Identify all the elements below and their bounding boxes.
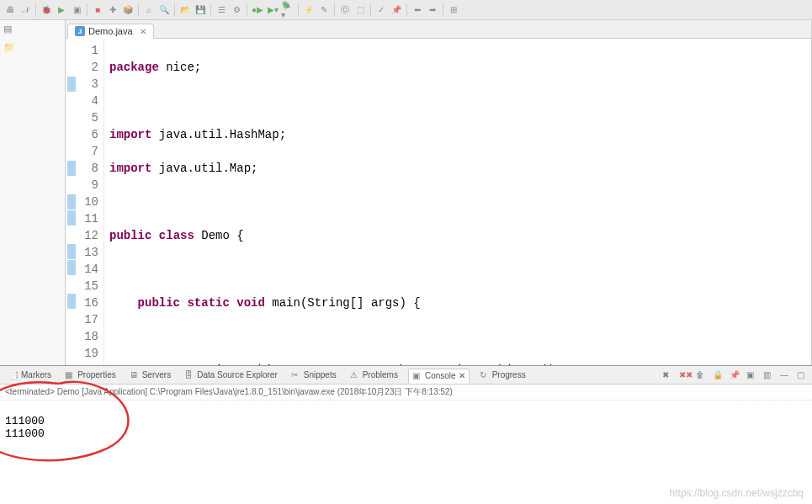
progress-icon: ↻ bbox=[480, 370, 490, 380]
task-icon[interactable]: ✓ bbox=[374, 3, 388, 17]
editor-tab-demo[interactable]: J Demo.java ✕ bbox=[67, 24, 154, 39]
editor-tab-label: Demo.java bbox=[88, 26, 133, 36]
editor-tab-bar: J Demo.java ✕ bbox=[66, 20, 811, 39]
save-icon[interactable]: 💾 bbox=[194, 3, 207, 17]
open-type-icon[interactable]: ⌕ bbox=[142, 3, 156, 17]
views-tab-bar: 📑Markers ▦Properties 🖥Servers 🗄Data Sour… bbox=[0, 366, 812, 385]
tab-servers[interactable]: 🖥Servers bbox=[126, 369, 174, 382]
snippets-icon: ✂ bbox=[291, 370, 301, 380]
remove-all-icon[interactable]: ✖✖ bbox=[679, 370, 689, 380]
close-icon[interactable]: ✕ bbox=[140, 27, 146, 36]
open-icon[interactable]: 📂 bbox=[178, 3, 192, 17]
ext-tools-icon[interactable]: ⚡ bbox=[302, 3, 316, 17]
text-icon[interactable]: 𝒩 bbox=[19, 3, 32, 17]
left-sidebar: ▤ 📁 bbox=[0, 20, 66, 365]
clear-console-icon[interactable]: 🗑 bbox=[696, 370, 706, 380]
datasource-icon: 🗄 bbox=[184, 370, 194, 380]
pin-icon[interactable]: 📌 bbox=[390, 3, 403, 17]
code-content[interactable]: package nice; import java.util.HashMap; … bbox=[104, 39, 811, 365]
build-icon[interactable]: ✎ bbox=[317, 3, 331, 17]
tab-problems[interactable]: ⚠Problems bbox=[347, 369, 401, 382]
max-icon[interactable]: ▢ bbox=[797, 370, 807, 380]
editor-area: J Demo.java ✕ 1 2 3 4 5 6 bbox=[66, 20, 812, 365]
persp-icon[interactable]: ⊞ bbox=[447, 3, 460, 17]
coverage-icon[interactable]: ▣ bbox=[70, 3, 83, 17]
outline-icon[interactable]: ▤ bbox=[3, 24, 17, 37]
stop-icon[interactable]: ■ bbox=[91, 3, 104, 17]
line-number-gutter: 1 2 3 4 5 6 7 8 9 10 11 12 13 14 15 16 1 bbox=[77, 39, 104, 365]
new-class-icon[interactable]: Ⓒ bbox=[338, 3, 352, 17]
terminated-status: <terminated> Demo [Java Application] C:\… bbox=[0, 385, 812, 401]
console-icon: ▣ bbox=[412, 371, 422, 381]
tool2-icon[interactable]: ⚙ bbox=[230, 3, 243, 17]
tab-progress[interactable]: ↻Progress bbox=[476, 369, 529, 382]
watermark-text: https://blog.csdn.net/wsjzzcbq bbox=[670, 487, 804, 499]
search-icon[interactable]: 🔍 bbox=[157, 3, 171, 17]
bottom-panel: 📑Markers ▦Properties 🖥Servers 🗄Data Sour… bbox=[0, 365, 812, 504]
tab-markers[interactable]: 📑Markers bbox=[5, 369, 55, 382]
new-icon[interactable]: ✚ bbox=[106, 3, 119, 17]
nav-fwd-icon[interactable]: ➡ bbox=[426, 3, 439, 17]
open-console-icon[interactable]: ▥ bbox=[763, 370, 773, 380]
new-pkg-icon[interactable]: ⬚ bbox=[353, 3, 367, 17]
servers-icon: 🖥 bbox=[130, 370, 140, 380]
tab-console[interactable]: ▣Console ✕ bbox=[408, 369, 470, 384]
display-selected-icon[interactable]: ▣ bbox=[746, 370, 756, 380]
package-icon[interactable]: 📦 bbox=[121, 3, 135, 17]
scroll-lock-icon[interactable]: 🔒 bbox=[713, 370, 723, 380]
run-icon[interactable]: ▶ bbox=[55, 3, 68, 17]
tab-properties[interactable]: ▦Properties bbox=[61, 369, 119, 382]
debug-config-icon[interactable]: 🪲▾ bbox=[281, 3, 295, 17]
nav-back-icon[interactable]: ⬅ bbox=[411, 3, 424, 17]
properties-icon: ▦ bbox=[65, 370, 75, 380]
debug-icon[interactable]: 🐞 bbox=[40, 3, 53, 17]
pin-console-icon[interactable]: 📌 bbox=[730, 370, 740, 380]
code-editor[interactable]: 1 2 3 4 5 6 7 8 9 10 11 12 13 14 15 16 1 bbox=[66, 39, 811, 365]
run-green-icon[interactable]: ●▶ bbox=[251, 3, 264, 17]
marker-column bbox=[66, 39, 77, 365]
markers-icon: 📑 bbox=[8, 370, 19, 380]
tool1-icon[interactable]: ☰ bbox=[215, 3, 228, 17]
remove-launch-icon[interactable]: ✖ bbox=[662, 370, 672, 380]
java-file-icon: J bbox=[75, 26, 85, 36]
tab-data-source[interactable]: 🗄Data Source Explorer bbox=[181, 369, 281, 382]
min-icon[interactable]: — bbox=[780, 370, 790, 380]
project-icon[interactable]: 📁 bbox=[3, 42, 17, 56]
run-config-icon[interactable]: ▶▾ bbox=[266, 3, 279, 17]
main-toolbar: 🖶 𝒩 🐞 ▶ ▣ ■ ✚ 📦 ⌕ 🔍 📂 💾 ☰ ⚙ ●▶ ▶▾ 🪲▾ ⚡ ✎… bbox=[0, 0, 812, 20]
tab-snippets[interactable]: ✂Snippets bbox=[288, 369, 340, 382]
print-icon[interactable]: 🖶 bbox=[3, 3, 17, 17]
problems-icon: ⚠ bbox=[350, 370, 360, 380]
